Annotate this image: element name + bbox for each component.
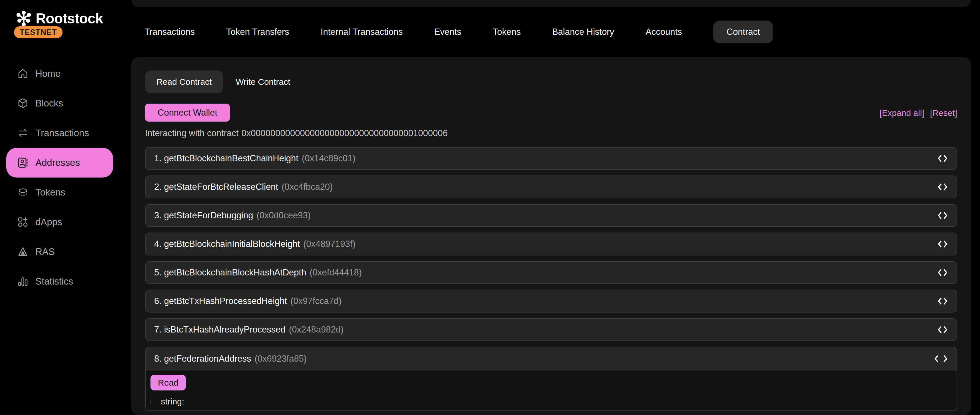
brand-logo[interactable]: Rootstock xyxy=(16,10,103,27)
method-row[interactable]: 5. getBtcBlockchainBlockHashAtDepth(0xef… xyxy=(145,261,957,284)
sidebar: Rootstock TESTNET Home Blocks Transactio… xyxy=(0,0,119,415)
sidebar-item-addresses[interactable]: Addresses xyxy=(6,148,113,178)
tab-balance-history[interactable]: Balance History xyxy=(552,27,614,37)
sidebar-item-transactions[interactable]: Transactions xyxy=(6,118,113,148)
coin-icon xyxy=(17,187,29,198)
bar-chart-icon xyxy=(17,276,29,287)
method-row-expanded-header[interactable]: 8. getFederationAddress(0x6923fa85) xyxy=(146,347,956,370)
sidebar-item-ras[interactable]: RAS xyxy=(6,237,113,267)
sidebar-item-tokens[interactable]: Tokens xyxy=(6,178,113,207)
previous-card-bottom-edge xyxy=(131,0,971,7)
contract-subtabs: Read Contract Write Contract xyxy=(145,70,290,93)
reset-link[interactable]: [Reset] xyxy=(930,108,957,118)
brand-name: Rootstock xyxy=(36,10,103,27)
tab-transactions[interactable]: Transactions xyxy=(145,27,195,37)
read-button[interactable]: Read xyxy=(151,375,186,390)
method-row[interactable]: 2. getStateForBtcReleaseClient(0xc4fbca2… xyxy=(145,175,957,198)
expand-all-link[interactable]: [Expand all] xyxy=(880,108,924,118)
dapps-grid-icon xyxy=(17,216,29,228)
sidebar-item-home[interactable]: Home xyxy=(6,59,113,89)
tab-accounts[interactable]: Accounts xyxy=(646,27,682,37)
method-row[interactable]: 6. getBtcTxHashProcessedHeight(0x97fcca7… xyxy=(145,290,957,313)
connect-wallet-button[interactable]: Connect Wallet xyxy=(145,103,230,122)
tab-internal-transactions[interactable]: Internal Transactions xyxy=(321,27,403,37)
cube-icon xyxy=(17,98,29,109)
rootstock-logo-icon xyxy=(16,11,32,27)
code-icon[interactable] xyxy=(937,183,948,191)
code-icon[interactable] xyxy=(937,325,948,334)
tab-contract[interactable]: Contract xyxy=(713,21,773,43)
output-type-label: string: xyxy=(161,397,184,406)
interacting-with-line: Interacting with contract 0x000000000000… xyxy=(145,128,448,138)
subtab-read-contract[interactable]: Read Contract xyxy=(145,70,223,93)
code-icon[interactable] xyxy=(937,154,948,163)
method-row[interactable]: 3. getStateForDebugging(0x0d0cee93) xyxy=(145,204,957,227)
method-card-expanded: 8. getFederationAddress(0x6923fa85) Read… xyxy=(145,347,957,411)
sidebar-item-statistics[interactable]: Statistics xyxy=(6,267,113,296)
code-icon[interactable] xyxy=(937,211,948,220)
address-tabs: Transactions Token Transfers Internal Tr… xyxy=(145,21,773,43)
tab-token-transfers[interactable]: Token Transfers xyxy=(226,27,289,37)
transfer-arrows-icon xyxy=(17,127,29,139)
interacting-prefix: Interacting with contract xyxy=(145,128,239,138)
tab-tokens[interactable]: Tokens xyxy=(493,27,520,37)
sidebar-item-dapps[interactable]: dApps xyxy=(6,207,113,237)
contract-address: 0x00000000000000000000000000000000010000… xyxy=(241,128,447,138)
code-icon[interactable] xyxy=(937,297,948,305)
method-list: 1. getBtcBlockchainBestChainHeight(0x14c… xyxy=(145,147,957,411)
output-branch-glyph: ∟ xyxy=(149,397,157,406)
tab-events[interactable]: Events xyxy=(434,27,461,37)
contract-panel: Read Contract Write Contract Connect Wal… xyxy=(131,57,971,415)
home-icon xyxy=(17,68,29,80)
code-icon[interactable] xyxy=(937,268,948,277)
address-book-icon xyxy=(17,157,29,169)
subtab-write-contract[interactable]: Write Contract xyxy=(235,77,290,87)
method-expanded-body: Read ∟ string: xyxy=(146,370,956,410)
method-row[interactable]: 7. isBtcTxHashAlreadyProcessed(0x248a982… xyxy=(145,318,957,341)
testnet-badge: TESTNET xyxy=(14,26,62,38)
list-actions: [Expand all] [Reset] xyxy=(880,108,957,118)
output-row: ∟ string: xyxy=(149,397,184,406)
triangle-icon xyxy=(17,246,29,258)
sidebar-nav: Home Blocks Transactions Addresses Token… xyxy=(6,59,113,296)
sidebar-item-blocks[interactable]: Blocks xyxy=(6,89,113,118)
method-row[interactable]: 4. getBtcBlockchainInitialBlockHeight(0x… xyxy=(145,233,957,256)
code-icon[interactable] xyxy=(934,355,948,363)
code-icon[interactable] xyxy=(937,240,948,248)
method-row[interactable]: 1. getBtcBlockchainBestChainHeight(0x14c… xyxy=(145,147,957,170)
